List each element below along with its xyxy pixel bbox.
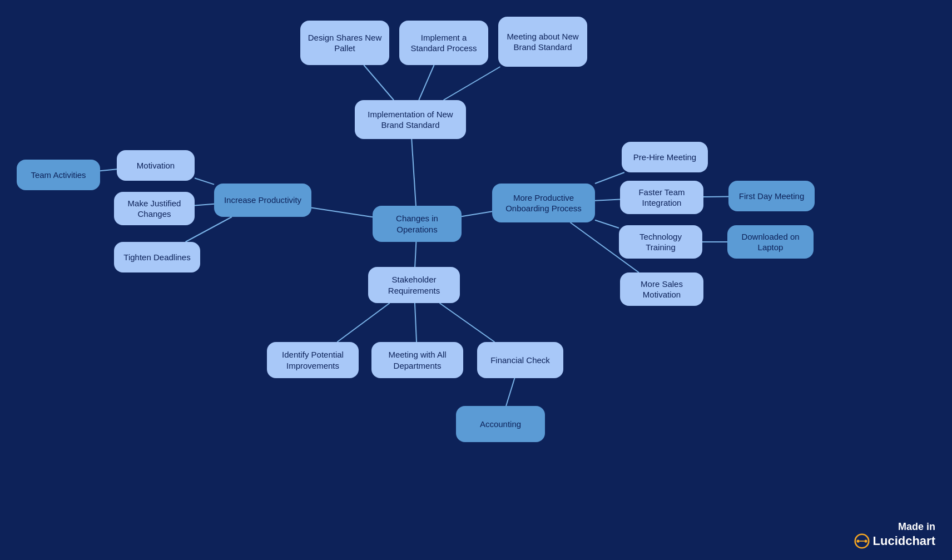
node-make-justified[interactable]: Make Justified Changes — [114, 192, 195, 225]
connector-design-shares-implementation — [364, 65, 394, 100]
node-increase-productivity[interactable]: Increase Productivity — [214, 184, 311, 217]
connector-changes-operations-stakeholder — [415, 242, 416, 267]
node-technology-training[interactable]: Technology Training — [619, 225, 702, 259]
node-meeting-departments[interactable]: Meeting with All Departments — [371, 342, 463, 378]
svg-point-2 — [864, 539, 867, 542]
node-implementation[interactable]: Implementation of New Brand Standard — [355, 100, 466, 139]
connector-motivation-increase-productivity — [195, 178, 214, 184]
node-stakeholder[interactable]: Stakeholder Requirements — [368, 267, 460, 303]
node-identify-potential[interactable]: Identify Potential Improvements — [267, 342, 359, 378]
connector-meeting-brand-implementation — [444, 67, 500, 100]
connector-team-activities-motivation — [100, 169, 117, 171]
branding: Made in Lucidchart — [854, 521, 935, 549]
connector-faster-team-first-day — [703, 196, 728, 197]
connector-implementation-changes-operations — [411, 139, 416, 206]
connector-stakeholder-financial-check — [439, 303, 494, 342]
node-meeting-brand[interactable]: Meeting about New Brand Standard — [498, 17, 587, 67]
svg-point-1 — [856, 539, 859, 542]
connector-more-productive-technology-training — [595, 220, 619, 228]
node-tighten-deadlines[interactable]: Tighten Deadlines — [114, 242, 200, 272]
node-pre-hire[interactable]: Pre-Hire Meeting — [622, 142, 708, 172]
connector-more-productive-faster-team — [595, 200, 620, 201]
node-changes-operations[interactable]: Changes in Operations — [373, 206, 462, 242]
node-team-activities[interactable]: Team Activities — [17, 160, 100, 190]
node-implement-standard[interactable]: Implement a Standard Process — [399, 21, 488, 65]
connector-make-justified-increase-productivity — [195, 204, 214, 206]
branding-made-in: Made in — [898, 521, 935, 533]
connector-stakeholder-identify-potential — [337, 303, 389, 342]
branding-logo: Lucidchart — [854, 533, 935, 549]
node-accounting[interactable]: Accounting — [456, 406, 545, 442]
node-faster-team[interactable]: Faster Team Integration — [620, 181, 703, 214]
node-first-day[interactable]: First Day Meeting — [728, 181, 815, 211]
node-more-productive[interactable]: More Productive Onboarding Process — [492, 184, 595, 222]
lucidchart-icon — [854, 533, 870, 549]
connector-stakeholder-meeting-departments — [415, 303, 416, 342]
node-motivation[interactable]: Motivation — [117, 150, 195, 181]
connector-changes-operations-more-productive — [462, 211, 492, 216]
connector-implement-standard-implementation — [419, 65, 434, 100]
node-design-shares[interactable]: Design Shares New Pallet — [300, 21, 389, 65]
node-more-sales[interactable]: More Sales Motivation — [620, 272, 703, 306]
connector-more-productive-pre-hire — [595, 172, 624, 184]
node-financial-check[interactable]: Financial Check — [477, 342, 563, 378]
node-downloaded[interactable]: Downloaded on Laptop — [727, 225, 814, 259]
connector-increase-productivity-changes-operations — [311, 207, 373, 217]
connector-financial-check-accounting — [506, 378, 514, 406]
branding-logo-text: Lucidchart — [873, 534, 935, 548]
